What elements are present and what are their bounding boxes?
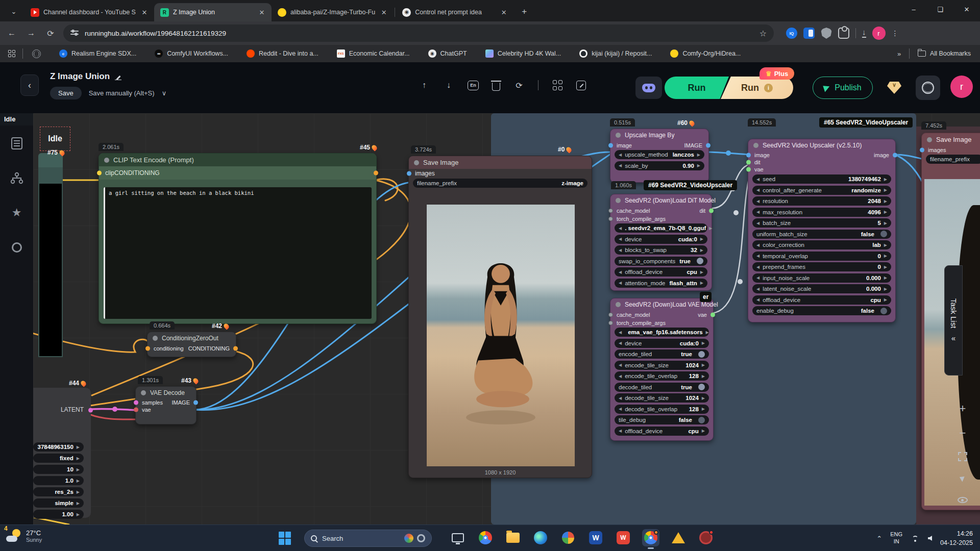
widget-value[interactable]: res_2s▶ (33, 487, 84, 496)
sidebar-favorites-button[interactable]: ★ (10, 206, 23, 219)
save-manually-label[interactable]: Save manually (Alt+S) (89, 89, 155, 97)
new-tab-button[interactable]: + (518, 5, 531, 18)
node-upscale-image-by[interactable]: Upscale Image By image IMAGE ◀upscale_me… (610, 129, 709, 183)
bookmark-home[interactable] (32, 49, 41, 58)
node-canvas[interactable]: Idle #75 2.061s #45 CLIP Text Encode (Pr… (33, 113, 980, 524)
search-settings-icon[interactable] (417, 534, 425, 542)
vae-model-widgets[interactable]: ◀mo ...ema_vae_fp16.safetensors▶◀devicec… (610, 327, 713, 438)
node-conditioning-zero-out[interactable]: ConditioningZeroOut conditioning CONDITI… (147, 332, 236, 357)
node-seedvr2-load-vae-model[interactable]: SeedVR2 (Down)Load VAE Model cache_model… (610, 298, 714, 441)
widget-offload-device[interactable]: ◀offload_devicecpu▶ (752, 295, 891, 305)
dit-widgets[interactable]: ◀. seedvr2_ema_7b-Q8_0.gguf▶◀devicecuda:… (610, 223, 712, 290)
extension-shield-icon[interactable] (821, 28, 832, 39)
vae-input-port[interactable] (134, 408, 138, 412)
close-tab-icon[interactable]: ✕ (499, 8, 508, 17)
bookmark-star-icon[interactable]: ☆ (760, 29, 767, 38)
widget-latent-noise-scale[interactable]: ◀latent_noise_scale0.000▶ (752, 284, 891, 293)
bookmark-kijai-github[interactable]: kijai (kijai) / Reposit... (579, 49, 652, 58)
upload-icon[interactable]: ↑ (419, 80, 430, 91)
wps-office-button[interactable]: W (615, 529, 632, 546)
toggle-visibility-button[interactable] (955, 497, 970, 503)
widget-offload-device[interactable]: ◀offload_devicecpu▶ (615, 267, 707, 277)
collapse-dot[interactable] (141, 390, 146, 395)
reload-button[interactable]: ⟳ (43, 26, 58, 41)
widget-mo-[interactable]: ◀mo ...ema_vae_fp16.safetensors▶ (615, 328, 709, 337)
edge-button[interactable] (532, 529, 549, 546)
clock-widget[interactable]: 14:26 04-12-2025 (940, 529, 973, 547)
volume-icon[interactable] (928, 536, 932, 541)
minimize-button[interactable]: – (900, 0, 927, 18)
widget-value[interactable]: 37848963150▶ (33, 442, 84, 452)
image-input-port[interactable] (608, 143, 613, 148)
conditioning-output-port[interactable] (233, 346, 238, 351)
collapse-dot[interactable] (104, 158, 109, 163)
extension-sidebar-icon[interactable] (803, 28, 815, 39)
collapse-dot[interactable] (616, 198, 621, 203)
close-tab-icon[interactable]: ✕ (379, 8, 388, 17)
language-icon[interactable]: En (468, 81, 479, 90)
bookmark-comfyui-workflows[interactable]: ∞ComfyUI Workflows... (155, 49, 228, 58)
bookmark-economic-calendar[interactable]: FXSEconomic Calendar... (337, 49, 410, 58)
image-output-port[interactable] (706, 143, 710, 148)
search-highlight-icon[interactable] (404, 534, 413, 543)
url-text[interactable]: runninghub.ai/workflow/19964816212161932… (85, 30, 755, 37)
generated-image-preview[interactable] (427, 205, 575, 466)
filename-prefix-widget[interactable]: filename_prefix z-image (413, 179, 587, 188)
collapse-dot[interactable] (616, 133, 621, 138)
tab-search-chevron-icon[interactable]: ⌄ (6, 4, 21, 19)
forward-button[interactable]: → (23, 26, 39, 41)
widget-value[interactable]: 1.0▶ (33, 476, 84, 485)
zoom-in-button[interactable]: + (955, 402, 970, 415)
bookmarks-overflow-icon[interactable]: » (897, 50, 901, 58)
torch-compile-args-input-port[interactable] (608, 217, 613, 221)
profile-avatar[interactable]: r (872, 27, 886, 40)
maximize-button[interactable]: ❏ (927, 0, 953, 18)
widget-enable-debug[interactable]: enable_debugfalse (752, 306, 891, 315)
close-tab-icon[interactable]: ✕ (257, 8, 266, 17)
user-avatar[interactable]: r (950, 76, 973, 98)
address-bar[interactable]: runninghub.ai/workflow/19964816212161932… (63, 24, 774, 42)
image-input-port[interactable] (746, 153, 751, 158)
collapse-dot[interactable] (616, 302, 621, 307)
collapse-dot[interactable] (927, 137, 932, 142)
conditioning-output-port[interactable] (374, 171, 378, 176)
discord-button[interactable] (635, 77, 662, 99)
download-icon[interactable]: ↓ (443, 80, 454, 91)
dit-output-port[interactable] (709, 209, 714, 213)
bookmark-reddit[interactable]: Reddit - Dive into a... (247, 49, 318, 58)
widget-decode-tiled[interactable]: decode_tiledtrue (615, 383, 709, 392)
collapse-dot[interactable] (753, 143, 758, 148)
task-view-button[interactable] (449, 529, 467, 546)
browser-menu-icon[interactable]: ⋮ (892, 29, 899, 37)
fit-view-button[interactable] (955, 452, 970, 461)
node-seedvr2-load-dit-model[interactable]: SeedVR2 (Down)Load DiT Model cache_model… (610, 194, 712, 291)
photos-button[interactable] (559, 529, 577, 546)
vae-input-port[interactable] (746, 167, 751, 172)
bookmark-chatgpt[interactable]: ✳ChatGPT (428, 49, 467, 58)
widget-temporal-overlap[interactable]: ◀temporal_overlap0▶ (752, 252, 891, 261)
extension-iq-icon[interactable]: IQ (786, 28, 797, 39)
widget-encode-tile-overlap[interactable]: ◀encode_tile_overlap128▶ (615, 371, 709, 381)
task-list-tab[interactable]: Task List « (944, 265, 963, 375)
chrome-active-button[interactable] (642, 529, 659, 546)
vae-output-port[interactable] (710, 313, 715, 317)
widget-attention-mode[interactable]: ◀attention_modeflash_attn▶ (615, 279, 707, 288)
widget-swap-io-components[interactable]: swap_io_componentstrue (615, 257, 707, 266)
prompt-textarea[interactable]: a girl sitting on the beach in a black b… (104, 187, 372, 319)
file-explorer-button[interactable] (504, 529, 522, 546)
widget-max-resolution[interactable]: ◀max_resolution4096▶ (752, 208, 891, 217)
sidebar-settings-button[interactable] (10, 241, 23, 254)
node-sampler-cropped[interactable]: LATENT 37848963150▶fixed▶10▶1.0▶res_2s▶s… (33, 388, 91, 518)
widget-value[interactable]: 1.00▶ (33, 510, 84, 519)
publish-button[interactable]: Publish (813, 77, 873, 99)
cache-model-input-port[interactable] (608, 313, 613, 317)
chrome-button[interactable] (477, 529, 494, 546)
bookmark-celebrity-wallpapers[interactable]: Celebrity HD 4K Wal... (485, 49, 561, 58)
extensions-puzzle-icon[interactable] (838, 28, 849, 39)
widget-resolution[interactable]: ◀resolution2048▶ (752, 196, 891, 206)
downloads-icon[interactable]: ↓ (862, 29, 866, 38)
widget-color-correction[interactable]: ◀color_correctionlab▶ (752, 240, 891, 249)
node-vae-decode[interactable]: VAE Decode samples IMAGE vae (135, 386, 197, 424)
latent-output-port[interactable] (88, 408, 93, 413)
samples-input-port[interactable] (134, 400, 138, 405)
